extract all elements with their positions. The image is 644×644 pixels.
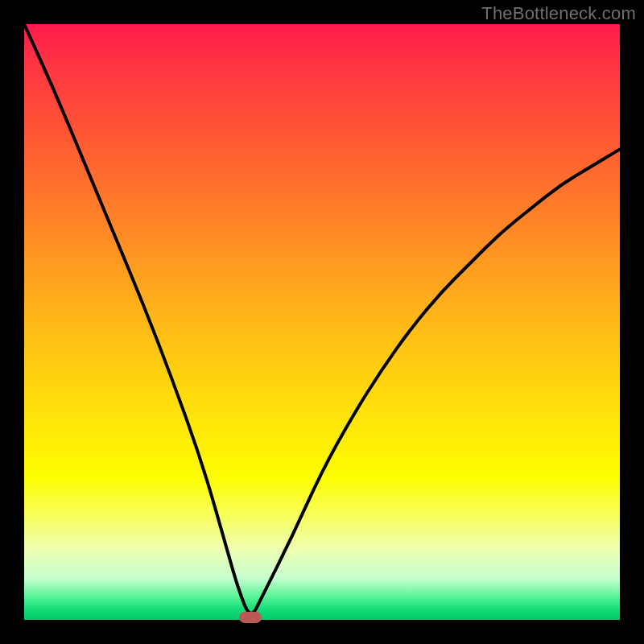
chart-frame: TheBottleneck.com bbox=[0, 0, 644, 644]
minimum-marker bbox=[239, 612, 262, 623]
watermark-text: TheBottleneck.com bbox=[481, 3, 636, 24]
bottleneck-curve bbox=[24, 24, 620, 620]
plot-area bbox=[24, 24, 620, 620]
curve-path bbox=[24, 24, 620, 613]
